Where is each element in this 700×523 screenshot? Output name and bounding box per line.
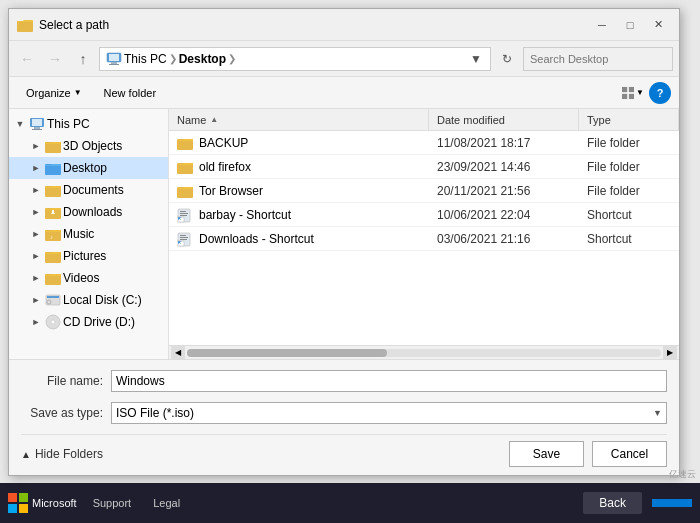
titlebar: Select a path ─ □ ✕ bbox=[9, 9, 679, 41]
help-button[interactable]: ? bbox=[649, 82, 671, 104]
sidebar-item-desktop[interactable]: ► Desktop bbox=[9, 157, 168, 179]
file-date: 10/06/2021 22:04 bbox=[429, 208, 579, 222]
save-button[interactable]: Save bbox=[509, 441, 584, 467]
file-row[interactable]: barbay - Shortcut 10/06/2021 22:04 Short… bbox=[169, 203, 679, 227]
breadcrumb: This PC ❯ Desktop ❯ bbox=[106, 51, 236, 67]
filename-label: File name: bbox=[21, 374, 111, 388]
svg-rect-45 bbox=[8, 504, 17, 513]
dropdown-arrow: ▼ bbox=[653, 408, 662, 418]
sidebar-item-documents[interactable]: ► Documents bbox=[9, 179, 168, 201]
search-input[interactable] bbox=[530, 53, 668, 65]
sidebar-label: Videos bbox=[63, 271, 99, 285]
file-name-cell: barbay - Shortcut bbox=[169, 207, 429, 223]
new-folder-button[interactable]: New folder bbox=[95, 82, 166, 104]
sidebar-item-music[interactable]: ► ♪ Music bbox=[9, 223, 168, 245]
back-button[interactable]: Back bbox=[583, 492, 642, 514]
svg-point-29 bbox=[51, 320, 55, 324]
sidebar-item-downloads[interactable]: ► Downloads bbox=[9, 201, 168, 223]
col-header-type[interactable]: Type bbox=[579, 109, 679, 130]
expand-icon: ► bbox=[29, 227, 43, 241]
horizontal-scrollbar[interactable]: ◀ ▶ bbox=[169, 345, 679, 359]
svg-rect-20 bbox=[52, 210, 54, 213]
expand-icon: ► bbox=[29, 271, 43, 285]
sidebar-item-this-pc[interactable]: ▼ This PC bbox=[9, 113, 168, 135]
toolbar-right: ▼ ? bbox=[621, 82, 671, 104]
forward-button[interactable]: → bbox=[43, 47, 67, 71]
view-icon bbox=[622, 86, 634, 100]
file-name: old firefox bbox=[199, 160, 251, 174]
sidebar: ▼ This PC ► bbox=[9, 109, 169, 359]
file-dialog: Select a path ─ □ ✕ ← → ↑ Th bbox=[8, 8, 680, 476]
savetype-label: Save as type: bbox=[21, 406, 111, 420]
folder-music-icon: ♪ bbox=[45, 226, 61, 242]
svg-rect-39 bbox=[180, 235, 186, 236]
file-date: 20/11/2021 21:56 bbox=[429, 184, 579, 198]
svg-rect-0 bbox=[17, 21, 33, 32]
filename-input[interactable] bbox=[111, 370, 667, 392]
organize-dropdown-icon: ▼ bbox=[74, 88, 82, 97]
folder-icon bbox=[177, 135, 193, 151]
filename-row: File name: bbox=[21, 368, 667, 394]
scroll-right-button[interactable]: ▶ bbox=[663, 346, 677, 360]
windows-logo-icon bbox=[8, 493, 28, 513]
search-box bbox=[523, 47, 673, 71]
view-options-button[interactable]: ▼ bbox=[621, 82, 645, 104]
svg-rect-43 bbox=[8, 493, 17, 502]
expand-icon: ► bbox=[29, 315, 43, 329]
taskbar-logo: Microsoft bbox=[8, 493, 77, 513]
file-row[interactable]: old firefox 23/09/2021 14:46 File folder bbox=[169, 155, 679, 179]
expand-icon: ► bbox=[29, 293, 43, 307]
cancel-button[interactable]: Cancel bbox=[592, 441, 667, 467]
scrollbar-track[interactable] bbox=[187, 349, 661, 357]
address-bar[interactable]: This PC ❯ Desktop ❯ ▼ bbox=[99, 47, 491, 71]
column-headers: Name ▲ Date modified Type bbox=[169, 109, 679, 131]
legal-link[interactable]: Legal bbox=[147, 495, 186, 511]
back-button[interactable]: ← bbox=[15, 47, 39, 71]
taskbar: Microsoft Support Legal Back bbox=[0, 483, 700, 523]
disk-icon bbox=[45, 292, 61, 308]
taskbar-brand-label: Microsoft bbox=[32, 497, 77, 509]
expand-icon: ► bbox=[29, 183, 43, 197]
sidebar-item-videos[interactable]: ► Videos bbox=[9, 267, 168, 289]
cd-icon bbox=[45, 314, 61, 330]
file-name-cell: Downloads - Shortcut bbox=[169, 231, 429, 247]
file-list-area: Name ▲ Date modified Type bbox=[169, 109, 679, 359]
hide-folders-button[interactable]: ▲ Hide Folders bbox=[21, 447, 103, 461]
sidebar-item-cd-drive[interactable]: ► CD Drive (D:) bbox=[9, 311, 168, 333]
chevron-down-icon: ▲ bbox=[21, 449, 31, 460]
file-row[interactable]: BACKUP 11/08/2021 18:17 File folder bbox=[169, 131, 679, 155]
close-button[interactable]: ✕ bbox=[645, 15, 671, 35]
scroll-left-button[interactable]: ◀ bbox=[171, 346, 185, 360]
support-link[interactable]: Support bbox=[87, 495, 138, 511]
scrollbar-thumb[interactable] bbox=[187, 349, 387, 357]
minimize-button[interactable]: ─ bbox=[589, 15, 615, 35]
svg-rect-9 bbox=[622, 93, 627, 98]
sidebar-item-3d-objects[interactable]: ► 3D Objects bbox=[9, 135, 168, 157]
svg-rect-46 bbox=[19, 504, 28, 513]
svg-rect-40 bbox=[180, 237, 188, 238]
folder-icon bbox=[177, 159, 193, 175]
col-header-name[interactable]: Name ▲ bbox=[169, 109, 429, 130]
sidebar-item-local-disk[interactable]: ► Local Disk (C:) bbox=[9, 289, 168, 311]
file-row[interactable]: Downloads - Shortcut 03/06/2021 21:16 Sh… bbox=[169, 227, 679, 251]
maximize-button[interactable]: □ bbox=[617, 15, 643, 35]
svg-rect-14 bbox=[32, 129, 42, 130]
address-dropdown-arrow[interactable]: ▼ bbox=[468, 52, 484, 66]
file-name-cell: BACKUP bbox=[169, 135, 429, 151]
svg-rect-44 bbox=[19, 493, 28, 502]
watermark: 亿速云 bbox=[669, 468, 696, 481]
sidebar-label: Desktop bbox=[63, 161, 107, 175]
col-header-date[interactable]: Date modified bbox=[429, 109, 579, 130]
sidebar-item-pictures[interactable]: ► Pictures bbox=[9, 245, 168, 267]
svg-rect-41 bbox=[180, 239, 187, 240]
up-button[interactable]: ↑ bbox=[71, 47, 95, 71]
taskbar-right-button[interactable] bbox=[652, 499, 692, 507]
expand-icon: ► bbox=[29, 205, 43, 219]
file-name-cell: Tor Browser bbox=[169, 183, 429, 199]
file-list: BACKUP 11/08/2021 18:17 File folder old bbox=[169, 131, 679, 345]
savetype-dropdown[interactable]: ISO File (*.iso) ▼ bbox=[111, 402, 667, 424]
file-type: Shortcut bbox=[579, 232, 679, 246]
refresh-button[interactable]: ↻ bbox=[495, 47, 519, 71]
file-row[interactable]: Tor Browser 20/11/2021 21:56 File folder bbox=[169, 179, 679, 203]
organize-button[interactable]: Organize ▼ bbox=[17, 82, 91, 104]
